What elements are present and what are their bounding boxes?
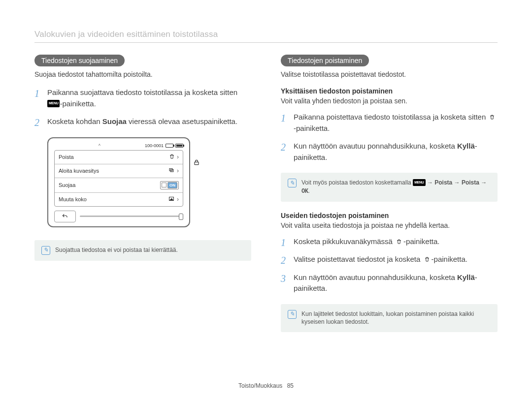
step-bold: Suojaa bbox=[102, 117, 127, 125]
memory-icon bbox=[166, 144, 173, 148]
col-right: Tiedostojen poistaminen Valitse toistoti… bbox=[281, 55, 498, 342]
step-text: Paikanna suojattava tiedosto toistotilas… bbox=[47, 88, 237, 96]
intro-protect: Suojaa tiedostot tahattomilta poistoilta… bbox=[34, 70, 251, 78]
toggle-on-label: ON bbox=[167, 182, 177, 188]
svg-rect-0 bbox=[195, 162, 199, 164]
menu-row-delete: Poista › bbox=[55, 151, 183, 164]
file-code: 100-0001 bbox=[145, 143, 164, 148]
pill-delete: Tiedostojen poistaminen bbox=[281, 55, 369, 66]
ok-label: OK bbox=[301, 188, 308, 195]
note-multi-delete: ✎ Kun lajittelet tiedostot luokittain, l… bbox=[281, 304, 498, 333]
footer-page: 85 bbox=[287, 382, 294, 389]
note-text: Suojattua tiedostoa ei voi poistaa tai k… bbox=[55, 246, 178, 254]
note-icon: ✎ bbox=[288, 310, 297, 319]
menu-row-slideshow: Aloita kuvaesitys › bbox=[55, 164, 183, 178]
toggle-protect: ON bbox=[160, 181, 179, 189]
subhead-multi: Useiden tiedostojen poistaminen bbox=[281, 212, 498, 219]
note-text: Kun lajittelet tiedostot luokittain, luo… bbox=[301, 310, 491, 327]
steps-protect: Paikanna suojattava tiedosto toistotilas… bbox=[34, 87, 251, 127]
menu-row-label: Poista bbox=[59, 154, 74, 160]
chevron-right-icon: › bbox=[177, 154, 179, 160]
step-text: Paikanna poistettava tiedosto toistotila… bbox=[294, 113, 488, 121]
steps-single-delete: Paikanna poistettava tiedosto toistotila… bbox=[281, 112, 498, 163]
content-columns: Tiedostojen suojaaminen Suojaa tiedostot… bbox=[34, 55, 498, 342]
step-text: -painiketta. bbox=[403, 237, 439, 246]
step-text: -painiketta. bbox=[60, 99, 96, 108]
t: → bbox=[452, 179, 462, 186]
back-button bbox=[54, 211, 76, 222]
t: Poista bbox=[462, 179, 479, 186]
note-single-delete: ✎ Voit myös poistaa tiedoston koskettama… bbox=[281, 173, 498, 202]
step: Kun näyttöön avautuu ponnahdusikkuna, ko… bbox=[281, 272, 498, 294]
lock-icon bbox=[193, 159, 200, 167]
chevron-right-icon: › bbox=[177, 167, 179, 174]
menu-row-label: Aloita kuvaesitys bbox=[59, 168, 99, 174]
t: . bbox=[308, 187, 309, 194]
t: Poista bbox=[434, 179, 452, 186]
scroll-slider bbox=[80, 216, 183, 217]
chevron-right-icon: › bbox=[177, 196, 179, 203]
step-bold: Kyllä bbox=[457, 273, 475, 281]
menu-row-resize: Muuta koko › bbox=[55, 193, 183, 206]
step-text: -painiketta. bbox=[294, 124, 330, 132]
t: Voit myös poistaa tiedoston koskettamall… bbox=[301, 179, 413, 186]
intro-delete: Valitse toistotilassa poistettavat tiedo… bbox=[281, 70, 498, 78]
step-text: vieressä olevaa asetuspainiketta. bbox=[127, 117, 237, 125]
step-text: Kun näyttöön avautuu ponnahdusikkuna, ko… bbox=[294, 273, 457, 281]
step-text: Kun näyttöön avautuu ponnahdusikkuna, ko… bbox=[294, 142, 457, 150]
step: Kosketa pikkukuvanäkymässä -painiketta. bbox=[281, 236, 498, 247]
trash-icon bbox=[423, 255, 432, 263]
menu-row-label: Muuta koko bbox=[59, 196, 87, 202]
step: Valitse poistettavat tiedostot ja kosket… bbox=[281, 254, 498, 265]
trash-icon bbox=[488, 113, 497, 121]
step: Kosketa kohdan Suojaa vieressä olevaa as… bbox=[34, 116, 251, 127]
slideshow-icon bbox=[168, 167, 175, 175]
t: → bbox=[426, 179, 435, 186]
menu-icon: MENU bbox=[413, 179, 425, 186]
step-text: Kosketa pikkukuvanäkymässä bbox=[294, 237, 395, 246]
device-screenshot: ^ 100-0001 Poista › Aloita kuvaesitys › … bbox=[47, 137, 190, 227]
subintro-multi: Voit valita useita tiedostoja ja poistaa… bbox=[281, 221, 498, 229]
page-title: Valokuvien ja videoiden esittäminen tois… bbox=[34, 30, 498, 39]
step-text: Kosketa kohdan bbox=[47, 117, 102, 125]
menu-row-label: Suojaa bbox=[59, 182, 75, 188]
note-text: Voit myös poistaa tiedoston koskettamall… bbox=[301, 179, 491, 196]
subintro-single: Voit valita yhden tiedoston ja poistaa s… bbox=[281, 97, 498, 105]
step: Kun näyttöön avautuu ponnahdusikkuna, ko… bbox=[281, 141, 498, 163]
step-text: -painiketta. bbox=[432, 255, 467, 263]
trash-icon bbox=[395, 238, 403, 246]
pill-protect: Tiedostojen suojaaminen bbox=[34, 55, 125, 66]
resize-icon bbox=[168, 196, 175, 203]
col-left: Tiedostojen suojaaminen Suojaa tiedostot… bbox=[34, 55, 251, 342]
step-text: Valitse poistettavat tiedostot ja kosket… bbox=[294, 255, 423, 263]
chevron-up-icon: ^ bbox=[54, 143, 145, 148]
header-divider bbox=[34, 42, 498, 43]
step: Paikanna poistettava tiedosto toistotila… bbox=[281, 112, 498, 134]
menu-row-protect: Suojaa ON bbox=[55, 178, 183, 193]
note-icon: ✎ bbox=[288, 179, 297, 187]
subhead-single: Yksittäisen tiedoston poistaminen bbox=[281, 87, 498, 95]
t: → bbox=[479, 179, 487, 186]
footer-section: Toisto/Muokkaus bbox=[238, 382, 282, 389]
device-menu: Poista › Aloita kuvaesitys › Suojaa ON M… bbox=[54, 150, 183, 207]
note-icon: ✎ bbox=[41, 246, 50, 255]
steps-multi-delete: Kosketa pikkukuvanäkymässä -painiketta. … bbox=[281, 236, 498, 294]
step-bold: Kyllä bbox=[457, 142, 475, 150]
menu-icon: MENU bbox=[47, 100, 60, 107]
step: Paikanna suojattava tiedosto toistotilas… bbox=[34, 87, 251, 109]
note-protect: ✎ Suojattua tiedostoa ei voi poistaa tai… bbox=[34, 240, 251, 261]
battery-icon bbox=[175, 144, 183, 148]
page-footer: Toisto/Muokkaus 85 bbox=[0, 382, 532, 389]
trash-icon bbox=[169, 154, 175, 161]
